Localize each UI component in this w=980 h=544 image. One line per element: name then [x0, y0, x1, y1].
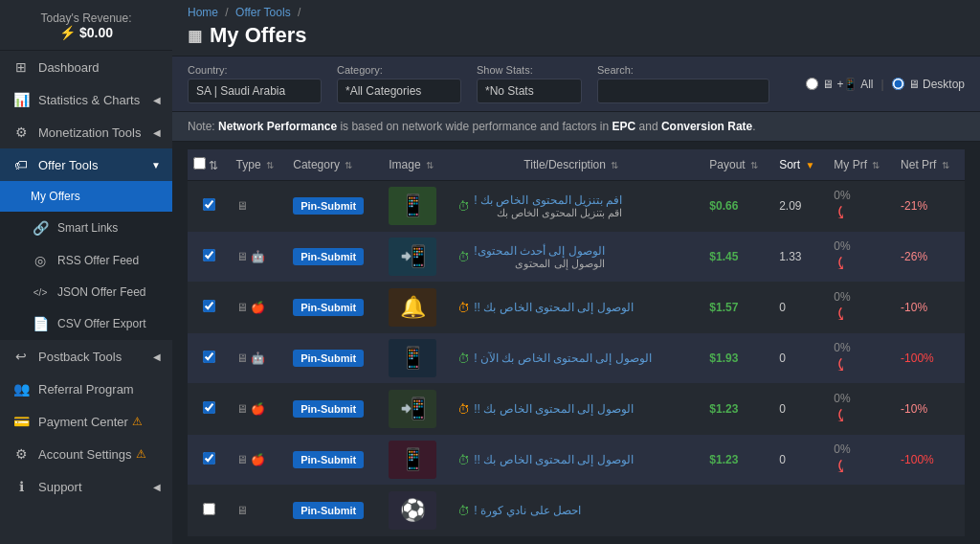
sidebar-item-rss-feed[interactable]: ◎ RSS Offer Feed [0, 244, 172, 277]
sidebar-item-offer-tools[interactable]: 🏷 Offer Tools ▼ [0, 148, 172, 181]
device-toggle: 🖥 +📱 All | 🖥 Desktop [806, 78, 965, 91]
breadcrumb-offer-tools[interactable]: Offer Tools [235, 6, 291, 19]
cell-payout [703, 486, 773, 536]
offer-tools-submenu: My Offers 🔗 Smart Links ◎ RSS Offer Feed… [0, 181, 172, 340]
cell-sort: 1.33 [773, 232, 828, 283]
offer-tools-icon: 🏷 [11, 157, 31, 172]
device-all-label[interactable]: 🖥 +📱 All [806, 78, 873, 91]
cell-net-prf: -100% [895, 333, 965, 384]
country-select[interactable]: SA | Saudi Arabia [188, 79, 322, 103]
table-row: 🖥 🤖 Pin-Submit 📱 ⏱ الوصول إلى المحتوى ال… [188, 333, 965, 384]
note-text: Note: Network Performance is based on ne… [188, 120, 756, 133]
th-checkbox: ⇅ [188, 149, 231, 181]
cell-net-prf: -21% [895, 181, 965, 232]
category-badge: Pin-Submit [293, 350, 364, 367]
th-title[interactable]: Title/Description ⇅ [452, 149, 690, 181]
cell-spacer [690, 181, 703, 232]
row-checkbox[interactable] [203, 401, 215, 414]
row-checkbox[interactable] [203, 452, 215, 465]
cell-my-prf: 0%⤹ [828, 435, 895, 486]
device-desktop-radio[interactable] [892, 78, 904, 90]
th-spacer [690, 149, 703, 181]
note-bar: Note: Network Performance is based on ne… [172, 112, 980, 142]
breadcrumb-home[interactable]: Home [188, 6, 218, 19]
category-select[interactable]: *All Categories [337, 79, 461, 103]
revenue-panel: Today's Revenue: ⚡ $0.00 [0, 0, 172, 51]
statistics-icon: 📊 [11, 92, 31, 107]
sidebar-item-json-feed[interactable]: </> JSON Offer Feed [0, 277, 172, 307]
breadcrumb-sep: / [298, 6, 301, 19]
th-image[interactable]: Image ⇅ [383, 149, 452, 181]
category-badge: Pin-Submit [293, 197, 364, 215]
th-payout[interactable]: Payout ⇅ [703, 149, 773, 181]
revenue-amount: $0.00 [79, 25, 113, 40]
th-net-prf[interactable]: Net Prf ⇅ [895, 149, 965, 181]
offer-title[interactable]: الوصول إلى المحتوى الخاص بك !! [474, 402, 633, 416]
sidebar-item-csv-export[interactable]: 📄 CSV Offer Export [0, 307, 172, 340]
cell-image: 🔔 [383, 283, 452, 333]
offer-image: 📱 [389, 441, 436, 479]
device-all-radio[interactable] [806, 78, 818, 90]
row-checkbox[interactable] [203, 503, 215, 515]
sidebar-item-label: Account Settings [38, 447, 132, 462]
row-checkbox[interactable] [203, 351, 215, 363]
device-desktop-label[interactable]: 🖥 Desktop [892, 78, 965, 91]
cell-net-prf: -100% [895, 435, 965, 486]
cell-checkbox[interactable] [188, 181, 231, 232]
category-badge: Pin-Submit [293, 400, 364, 418]
offer-title[interactable]: الوصول إلى المحتوى الخاص بك !! [474, 301, 633, 314]
cell-image: 📲 [383, 232, 452, 283]
offer-title[interactable]: الوصول إلى أحدث المحتوى! [474, 244, 604, 258]
row-checkbox[interactable] [203, 198, 215, 211]
divider: | [881, 78, 884, 91]
cell-category: Pin-Submit [287, 232, 383, 283]
th-sort[interactable]: Sort ▼ [773, 149, 828, 181]
sidebar-item-label: RSS Offer Feed [57, 254, 139, 267]
sidebar-item-smart-links[interactable]: 🔗 Smart Links [0, 212, 172, 244]
offer-image: 🔔 [389, 288, 436, 327]
th-my-prf[interactable]: My Prf ⇅ [828, 149, 895, 181]
cell-checkbox[interactable] [188, 486, 231, 536]
sidebar-item-dashboard[interactable]: ⊞ Dashboard [0, 51, 172, 83]
sidebar-item-monetization[interactable]: ⚙ Monetization Tools ◀ [0, 116, 172, 148]
offer-title[interactable]: الوصول إلى المحتوى الخاص بك الآن ! [474, 351, 651, 365]
search-input[interactable] [597, 79, 769, 103]
stats-select[interactable]: *No Stats [477, 79, 582, 103]
select-all-checkbox[interactable] [193, 157, 206, 170]
cell-payout: $1.45 [703, 232, 773, 283]
offer-title[interactable]: الوصول إلى المحتوى الخاص بك !! [474, 453, 633, 466]
chevron-left-icon: ◀ [153, 95, 161, 105]
row-checkbox[interactable] [203, 249, 215, 261]
th-category[interactable]: Category ⇅ [287, 149, 383, 181]
table-row: 🖥 🍎 Pin-Submit 📲 ⏱ الوصول إلى المحتوى ال… [188, 384, 965, 435]
cell-checkbox[interactable] [188, 283, 231, 333]
offer-sub: الوصول إلى المحتوى [474, 258, 604, 270]
th-type[interactable]: Type ⇅ [231, 149, 288, 181]
cell-checkbox[interactable] [188, 435, 231, 486]
cell-my-prf [828, 486, 895, 536]
cell-spacer [690, 486, 703, 536]
cell-title: ⏱ احصل على نادي كورة ! [452, 486, 690, 536]
sidebar-item-statistics[interactable]: 📊 Statistics & Charts ◀ [0, 83, 172, 116]
row-checkbox[interactable] [203, 300, 215, 312]
sidebar-item-my-offers[interactable]: My Offers [0, 181, 172, 212]
offer-image: 📱 [389, 187, 436, 225]
sidebar-item-account[interactable]: ⚙ Account Settings ⚠ [0, 438, 172, 470]
sidebar-item-label: CSV Offer Export [57, 317, 145, 330]
cell-image: 📲 [383, 384, 452, 435]
offer-title[interactable]: احصل على نادي كورة ! [474, 504, 581, 517]
warning-icon: ⚠ [132, 415, 143, 428]
sidebar-item-postback[interactable]: ↩ Postback Tools ◀ [0, 340, 172, 373]
offer-title[interactable]: افم بتنزيل المحتوى الخاص بك ! [474, 193, 622, 207]
search-label: Search: [597, 64, 769, 76]
cell-checkbox[interactable] [188, 232, 231, 283]
sidebar-item-payment[interactable]: 💳 Payment Center ⚠ [0, 405, 172, 438]
link-icon: 🔗 [31, 220, 50, 236]
cell-checkbox[interactable] [188, 384, 231, 435]
cell-checkbox[interactable] [188, 333, 231, 384]
sidebar-item-support[interactable]: ℹ Support ◀ [0, 470, 172, 503]
cell-type: 🖥 [231, 181, 288, 232]
page-title-text: My Offers [210, 23, 306, 48]
offer-image: 📲 [389, 390, 436, 428]
sidebar-item-referral[interactable]: 👥 Referral Program [0, 373, 172, 405]
